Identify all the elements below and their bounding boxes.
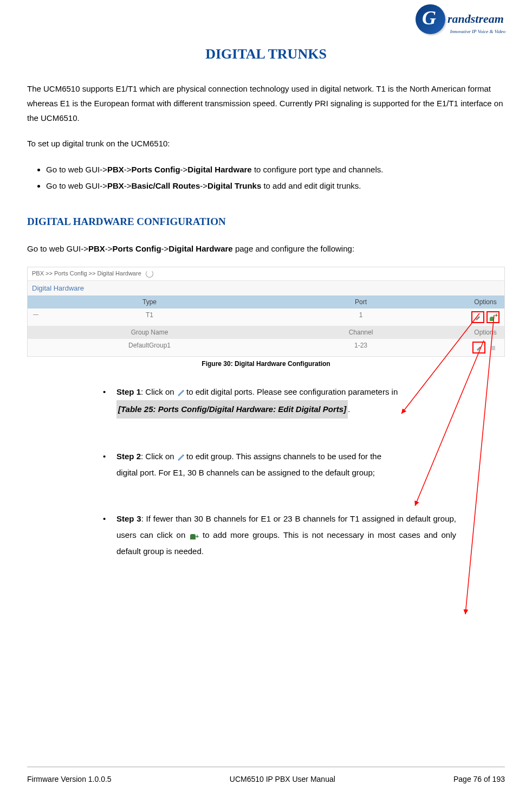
- col-options: Options: [466, 295, 504, 308]
- logo-mark: [416, 4, 445, 34]
- logo-tagline: Innovative IP Voice & Video: [450, 29, 505, 34]
- screenshot-digital-hardware: PBX >> Ports Config >> Digital Hardware …: [27, 267, 505, 357]
- col-port: Port: [255, 295, 466, 308]
- figure-caption: Figure 30: Digital Hardware Configuratio…: [27, 360, 505, 368]
- text: to configure port type and channels.: [252, 165, 384, 174]
- text: ->: [200, 181, 207, 190]
- edit-port-button[interactable]: [471, 311, 484, 323]
- brand-logo: randstream Innovative IP Voice & Video: [416, 3, 508, 35]
- panel-title: Digital Hardware: [28, 281, 504, 295]
- add-person-icon: [489, 313, 497, 321]
- expand-toggle[interactable]: —: [28, 308, 44, 326]
- page-container: randstream Innovative IP Voice & Video D…: [0, 0, 532, 797]
- text: to edit group. This assigns channels to …: [184, 452, 381, 461]
- table-row-port: — T1 1: [28, 308, 504, 326]
- setup-lead: To set up digital trunk on the UCM6510:: [27, 136, 505, 151]
- table-row-group: DefaultGroup1 1-23: [28, 339, 504, 356]
- hardware-table: Type Port Options — T1 1 Gr: [28, 295, 504, 356]
- footer-firmware: Firmware Version 1.0.0.5: [27, 775, 112, 783]
- col-groupname: Group Name: [44, 326, 255, 339]
- bold: PBX: [107, 181, 124, 190]
- bold: Ports Config: [113, 244, 161, 253]
- text: Go to web GUI->: [46, 181, 107, 190]
- text: ->: [161, 244, 169, 253]
- text: : Click on: [141, 452, 177, 461]
- bold: PBX: [107, 165, 124, 174]
- refresh-icon[interactable]: [146, 270, 153, 278]
- section-heading: DIGITAL HARDWARE CONFIGURATION: [27, 216, 505, 228]
- breadcrumb-bar: PBX >> Ports Config >> Digital Hardware: [28, 267, 504, 281]
- logo-text: randstream: [447, 12, 504, 26]
- bold: Digital Hardware: [168, 244, 232, 253]
- text: ->: [124, 165, 132, 174]
- step-label: Step 1: [116, 387, 141, 396]
- steps-section: • Step 1: Click on to edit digital ports…: [103, 384, 456, 560]
- text: ->: [105, 244, 113, 253]
- text: to edit digital ports. Please see config…: [184, 387, 398, 396]
- step-label: Step 3: [116, 514, 141, 523]
- bold: Digital Trunks: [207, 181, 261, 190]
- intro-paragraph: The UCM6510 supports E1/T1 which are phy…: [27, 81, 505, 125]
- text: digital port. For E1, 30 B channels can …: [116, 468, 375, 477]
- breadcrumb-text: PBX >> Ports Config >> Digital Hardware: [32, 270, 141, 277]
- page-footer: Firmware Version 1.0.0.5 UCM6510 IP PBX …: [27, 775, 505, 783]
- bold: Basic/Call Routes: [132, 181, 200, 190]
- edit-group-button[interactable]: [472, 342, 485, 353]
- step-1: • Step 1: Click on to edit digital ports…: [103, 384, 456, 419]
- edit-icon: [177, 389, 184, 396]
- table-reference: [Table 25: Ports Config/Digital Hardware…: [116, 400, 348, 419]
- step-label: Step 2: [116, 452, 141, 461]
- edit-icon: [177, 453, 184, 461]
- cell-groupname: DefaultGroup1: [44, 339, 255, 356]
- bullet-item-1: Go to web GUI->PBX->Ports Config->Digita…: [46, 162, 505, 178]
- add-group-icon: [189, 532, 199, 539]
- footer-divider: [27, 767, 505, 767]
- text: page and configure the following:: [233, 244, 354, 253]
- svg-rect-0: [491, 346, 495, 350]
- col-suboptions: Options: [466, 326, 504, 339]
- text: Go to web GUI->: [46, 165, 107, 174]
- step-3: • Step 3: If fewer than 30 B channels fo…: [103, 511, 456, 560]
- page-title: DIGITAL TRUNKS: [27, 46, 505, 62]
- text: ->: [180, 165, 188, 174]
- table-header-row: Type Port Options: [28, 295, 504, 308]
- cell-type: T1: [44, 308, 255, 326]
- config-lead: Go to web GUI->PBX->Ports Config->Digita…: [27, 241, 505, 256]
- text: : Click on: [141, 387, 177, 396]
- cell-channel: 1-23: [255, 339, 466, 356]
- text: ->: [124, 181, 132, 190]
- setup-bullet-list: Go to web GUI->PBX->Ports Config->Digita…: [27, 162, 505, 194]
- add-group-button[interactable]: [486, 311, 499, 323]
- col-type: Type: [44, 295, 255, 308]
- bullet-item-2: Go to web GUI->PBX->Basic/Call Routes->D…: [46, 178, 505, 194]
- step-2: • Step 2: Click on to edit group. This a…: [103, 448, 456, 481]
- cell-port: 1: [255, 308, 466, 326]
- footer-page-number: Page 76 of 193: [453, 775, 505, 783]
- col-channel: Channel: [255, 326, 466, 339]
- text: Go to web GUI->: [27, 244, 88, 253]
- bold: Ports Config: [132, 165, 180, 174]
- table-subheader-row: Group Name Channel Options: [28, 326, 504, 339]
- bold: PBX: [88, 244, 105, 253]
- text: to add and edit digit trunks.: [261, 181, 361, 190]
- footer-doc-title: UCM6510 IP PBX User Manual: [230, 775, 335, 783]
- bold: Digital Hardware: [187, 165, 251, 174]
- delete-group-button[interactable]: [488, 343, 498, 352]
